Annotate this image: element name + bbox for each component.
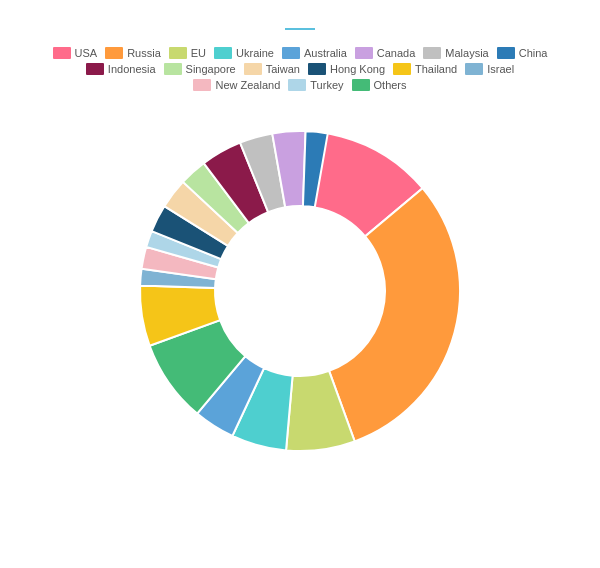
title-underline (285, 28, 315, 30)
legend-item: Malaysia (423, 46, 488, 60)
legend-item: Indonesia (86, 62, 156, 76)
legend: USARussiaEUUkraineAustraliaCanadaMalaysi… (40, 46, 560, 92)
legend-color-box (497, 47, 515, 59)
legend-label: USA (75, 47, 98, 59)
legend-item: New Zealand (193, 78, 280, 92)
page-container: USARussiaEUUkraineAustraliaCanadaMalaysi… (0, 0, 600, 568)
legend-color-box (393, 63, 411, 75)
legend-item: Hong Kong (308, 62, 385, 76)
legend-label: Others (374, 79, 407, 91)
legend-item: Others (352, 78, 407, 92)
legend-label: Taiwan (266, 63, 300, 75)
legend-label: Israel (487, 63, 514, 75)
legend-color-box (105, 47, 123, 59)
legend-color-box (282, 47, 300, 59)
legend-color-box (53, 47, 71, 59)
legend-color-box (352, 79, 370, 91)
legend-label: Australia (304, 47, 347, 59)
legend-label: Singapore (186, 63, 236, 75)
legend-color-box (164, 63, 182, 75)
legend-item: Canada (355, 46, 416, 60)
legend-item: USA (53, 46, 98, 60)
legend-label: Hong Kong (330, 63, 385, 75)
legend-color-box (214, 47, 232, 59)
legend-item: Singapore (164, 62, 236, 76)
donut-chart (100, 106, 500, 476)
legend-label: Turkey (310, 79, 343, 91)
legend-color-box (288, 79, 306, 91)
legend-color-box (355, 47, 373, 59)
legend-item: Australia (282, 46, 347, 60)
legend-color-box (86, 63, 104, 75)
legend-item: China (497, 46, 548, 60)
legend-label: Malaysia (445, 47, 488, 59)
legend-label: Canada (377, 47, 416, 59)
legend-item: Turkey (288, 78, 343, 92)
legend-item: Israel (465, 62, 514, 76)
legend-item: EU (169, 46, 206, 60)
legend-item: Russia (105, 46, 161, 60)
legend-color-box (193, 79, 211, 91)
donut-center (215, 206, 385, 376)
chart-area (100, 106, 500, 476)
legend-item: Thailand (393, 62, 457, 76)
legend-label: Thailand (415, 63, 457, 75)
legend-item: Ukraine (214, 46, 274, 60)
legend-item: Taiwan (244, 62, 300, 76)
legend-color-box (169, 47, 187, 59)
legend-color-box (244, 63, 262, 75)
legend-label: China (519, 47, 548, 59)
legend-label: Indonesia (108, 63, 156, 75)
legend-color-box (423, 47, 441, 59)
legend-label: New Zealand (215, 79, 280, 91)
legend-label: Russia (127, 47, 161, 59)
legend-color-box (308, 63, 326, 75)
legend-label: EU (191, 47, 206, 59)
legend-color-box (465, 63, 483, 75)
legend-label: Ukraine (236, 47, 274, 59)
